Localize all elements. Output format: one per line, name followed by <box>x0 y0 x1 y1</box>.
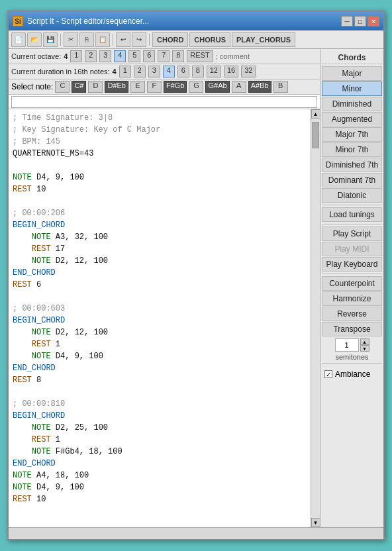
separator-1 <box>60 34 61 46</box>
open-file-button[interactable]: 📂 <box>27 32 42 47</box>
reverse-btn[interactable]: Reverse <box>322 307 382 321</box>
note-A-btn[interactable]: A <box>232 81 246 93</box>
play-midi-btn[interactable]: Play MIDI <box>322 242 382 256</box>
chord-major-btn[interactable]: Major <box>322 66 382 81</box>
transpose-btn[interactable]: Transpose <box>322 322 382 336</box>
octave-value: 4 <box>64 52 68 60</box>
note-D-btn[interactable]: D <box>88 81 103 93</box>
status-bar <box>9 527 383 539</box>
ambiance-label: Ambiance <box>335 370 370 379</box>
chord-major7th-btn[interactable]: Major 7th <box>322 127 382 142</box>
transpose-up-btn[interactable]: ▲ <box>360 338 369 345</box>
main-window: SI Script It - Script editor/sequencer..… <box>7 11 385 540</box>
scroll-thumb[interactable] <box>312 122 319 148</box>
note-E-btn[interactable]: E <box>130 81 145 93</box>
redo-button[interactable]: ↪ <box>132 32 146 47</box>
dur-8-btn[interactable]: 8 <box>192 66 204 77</box>
dur-3-btn[interactable]: 3 <box>148 66 160 77</box>
scroll-down-arrow[interactable]: ▼ <box>311 518 320 527</box>
octave-8-btn[interactable]: 8 <box>172 50 184 62</box>
load-tunings-btn[interactable]: Load tunings <box>322 207 382 222</box>
chord-button[interactable]: CHORD <box>152 32 188 47</box>
undo-button[interactable]: ↩ <box>116 32 130 47</box>
search-input[interactable] <box>11 96 317 108</box>
chorus-button[interactable]: CHORUS <box>189 32 230 47</box>
semitones-label: semitones <box>322 353 382 361</box>
sep-3 <box>322 274 382 274</box>
octave-3-btn[interactable]: 3 <box>99 50 111 62</box>
sep-1 <box>322 205 382 205</box>
chords-title: Chords <box>322 52 382 64</box>
ambiance-row: ✓ Ambiance <box>322 368 382 380</box>
note-Cs-btn[interactable]: C# <box>72 81 86 93</box>
comment-label: ; comment <box>216 52 250 60</box>
play-keyboard-btn[interactable]: Play Keyboard <box>322 257 382 272</box>
chord-minor7th-btn[interactable]: Minor 7th <box>322 142 382 157</box>
chord-diatonic-btn[interactable]: Diatonic <box>322 188 382 203</box>
dur-32-btn[interactable]: 32 <box>241 66 256 77</box>
minimize-button[interactable]: ─ <box>341 16 353 26</box>
transpose-input[interactable] <box>335 338 359 352</box>
chord-diminished7th-btn[interactable]: Diminished 7th <box>322 158 382 172</box>
counterpoint-btn[interactable]: Counterpoint <box>322 276 382 291</box>
note-Ds-btn[interactable]: D#Eb <box>105 81 128 93</box>
duration-controls-row: Current duration in 16th notes: 4 1 2 3 … <box>9 64 320 79</box>
dur-12-btn[interactable]: 12 <box>207 66 221 77</box>
new-file-button[interactable]: 📄 <box>11 32 26 47</box>
paste-button[interactable]: 📋 <box>95 32 110 47</box>
note-G-btn[interactable]: G <box>189 81 203 93</box>
ambiance-checkbox[interactable]: ✓ <box>324 370 332 378</box>
chord-dominant7th-btn[interactable]: Dominant 7th <box>322 173 382 187</box>
editor-area: ; Time Signature: 3|8 ; Key Signature: K… <box>9 109 320 527</box>
copy-button[interactable]: ⎘ <box>79 32 94 47</box>
app-icon: SI <box>13 16 23 26</box>
octave-1-btn[interactable]: 1 <box>70 50 82 62</box>
note-Gs-btn[interactable]: G#Ab <box>205 81 229 93</box>
note-C-btn[interactable]: C <box>55 81 70 93</box>
transpose-spinners: ▲ ▼ <box>360 338 369 352</box>
cut-button[interactable]: ✂ <box>64 32 78 47</box>
note-select-row: Select note: C C# D D#Eb E F F#Gb G G#Ab… <box>9 79 320 95</box>
chord-minor-btn[interactable]: Minor <box>322 81 382 96</box>
duration-value: 4 <box>113 68 117 75</box>
dur-2-btn[interactable]: 2 <box>134 66 146 77</box>
transpose-down-btn[interactable]: ▼ <box>360 345 369 352</box>
vertical-scrollbar[interactable]: ▲ ▼ <box>311 109 320 527</box>
octave-2-btn[interactable]: 2 <box>85 50 97 62</box>
scroll-track[interactable] <box>311 119 320 518</box>
note-As-btn[interactable]: A#Bb <box>248 81 271 93</box>
octave-6-btn[interactable]: 6 <box>143 50 155 62</box>
harmonize-btn[interactable]: Harmonize <box>322 291 382 306</box>
scroll-up-arrow[interactable]: ▲ <box>311 109 320 119</box>
toolbar: 📄 📂 💾 ✂ ⎘ 📋 ↩ ↪ CHORD CHORUS PLAY_CHORUS <box>9 30 383 49</box>
transpose-row: ▲ ▼ <box>322 338 382 352</box>
dur-6-btn[interactable]: 6 <box>177 66 189 77</box>
editor-content[interactable]: ; Time Signature: 3|8 ; Key Signature: K… <box>9 109 311 527</box>
duration-label: Current duration in 16th notes: <box>11 68 110 75</box>
dur-1-btn[interactable]: 1 <box>119 66 131 77</box>
play-script-btn[interactable]: Play Script <box>322 226 382 241</box>
chord-diminished-btn[interactable]: Diminished <box>322 97 382 111</box>
note-F-btn[interactable]: F <box>147 81 162 93</box>
main-area: Current octave: 4 1 2 3 4 5 6 7 8 REST ;… <box>9 49 383 527</box>
octave-5-btn[interactable]: 5 <box>128 50 140 62</box>
dur-16-btn[interactable]: 16 <box>224 66 238 77</box>
note-B-btn[interactable]: B <box>273 81 288 93</box>
dur-4-btn[interactable]: 4 <box>163 66 175 77</box>
play-chorus-button[interactable]: PLAY_CHORUS <box>232 32 295 47</box>
octave-4-btn[interactable]: 4 <box>114 50 126 62</box>
window-title: Script It - Script editor/sequencer... <box>27 17 341 26</box>
sep-2 <box>322 224 382 225</box>
search-row <box>9 95 320 109</box>
close-button[interactable]: ✕ <box>368 16 379 26</box>
right-panel: Chords Major Minor Diminished Augmented … <box>320 49 383 527</box>
title-bar: SI Script It - Script editor/sequencer..… <box>9 12 383 30</box>
note-Fs-btn[interactable]: F#Gb <box>164 81 187 93</box>
maximize-button[interactable]: □ <box>354 16 366 26</box>
rest-btn[interactable]: REST <box>187 50 213 62</box>
left-panel: Current octave: 4 1 2 3 4 5 6 7 8 REST ;… <box>9 49 320 527</box>
save-file-button[interactable]: 💾 <box>43 32 58 47</box>
window-controls: ─ □ ✕ <box>341 16 379 26</box>
chord-augmented-btn[interactable]: Augmented <box>322 112 382 126</box>
octave-7-btn[interactable]: 7 <box>158 50 170 62</box>
